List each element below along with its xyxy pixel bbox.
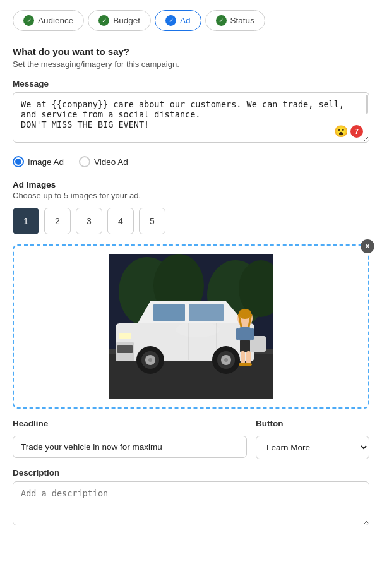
- image-tab-3[interactable]: 3: [76, 208, 102, 234]
- ad-type-group: Image Ad Video Ad: [13, 156, 369, 167]
- tab-audience-label: Audience: [38, 16, 73, 25]
- ad-images-sub: Choose up to 5 images for your ad.: [13, 191, 369, 200]
- image-ad-radio[interactable]: [13, 156, 24, 167]
- svg-point-34: [176, 322, 220, 337]
- svg-rect-30: [241, 351, 245, 364]
- check-icon-ad: ✓: [165, 15, 176, 26]
- ad-images-label: Ad Images: [13, 180, 369, 189]
- svg-point-33: [244, 363, 252, 366]
- image-ad-label: Image Ad: [28, 157, 64, 167]
- check-icon-budget: ✓: [98, 15, 109, 26]
- message-icons: 😮 7: [334, 124, 363, 138]
- svg-rect-13: [117, 345, 133, 353]
- char-count-badge: 7: [350, 125, 363, 138]
- button-select[interactable]: Learn More Shop Now Contact Us Get Quote…: [256, 436, 369, 459]
- headline-input[interactable]: [13, 436, 247, 458]
- check-icon-status: ✓: [216, 15, 227, 26]
- svg-rect-27: [240, 340, 250, 352]
- image-tabs: 1 2 3 4 5: [13, 208, 369, 234]
- step-tabs: ✓ Audience ✓ Budget ✓ Ad ✓ Status: [13, 10, 369, 31]
- tab-ad[interactable]: ✓ Ad: [155, 10, 201, 31]
- svg-rect-8: [153, 304, 185, 321]
- button-col: Button Learn More Shop Now Contact Us Ge…: [256, 419, 369, 459]
- message-wrapper: We at {{company}} care about our custome…: [13, 92, 369, 145]
- message-label: Message: [13, 79, 369, 88]
- video-ad-radio[interactable]: [79, 156, 90, 167]
- svg-rect-28: [236, 328, 240, 340]
- svg-point-19: [148, 358, 152, 362]
- tab-budget[interactable]: ✓ Budget: [88, 10, 151, 31]
- tab-ad-label: Ad: [180, 16, 191, 25]
- close-image-button[interactable]: ×: [361, 239, 374, 253]
- svg-point-25: [239, 309, 251, 319]
- page-subtitle: Set the messaging/imagery for this campa…: [13, 59, 369, 69]
- svg-rect-29: [250, 328, 254, 340]
- description-label: Description: [13, 468, 369, 477]
- headline-button-row: Headline Button Learn More Shop Now Cont…: [13, 419, 369, 459]
- image-tab-1[interactable]: 1: [13, 208, 39, 234]
- headline-col: Headline: [13, 419, 247, 458]
- svg-rect-31: [246, 351, 251, 364]
- emoji-icon[interactable]: 😮: [334, 124, 348, 138]
- svg-rect-26: [239, 327, 251, 341]
- car-image: [109, 254, 273, 399]
- description-textarea[interactable]: [13, 481, 369, 525]
- video-ad-option[interactable]: Video Ad: [79, 156, 128, 167]
- image-tab-2[interactable]: 2: [44, 208, 71, 234]
- svg-rect-9: [189, 304, 224, 321]
- headline-label: Headline: [13, 419, 247, 428]
- scrollbar-hint: [366, 95, 368, 114]
- page-title: What do you want to say?: [13, 46, 369, 57]
- check-icon-audience: ✓: [23, 15, 34, 26]
- tab-budget-label: Budget: [113, 16, 140, 25]
- tab-audience[interactable]: ✓ Audience: [13, 10, 84, 31]
- svg-rect-14: [119, 333, 131, 339]
- button-field-label: Button: [256, 419, 369, 428]
- image-tab-4[interactable]: 4: [107, 208, 134, 234]
- message-textarea[interactable]: We at {{company}} care about our custome…: [13, 92, 369, 143]
- video-ad-label: Video Ad: [94, 157, 128, 167]
- image-upload-area[interactable]: ×: [13, 244, 369, 409]
- image-ad-option[interactable]: Image Ad: [13, 156, 64, 167]
- image-tab-5[interactable]: 5: [139, 208, 165, 234]
- tab-status[interactable]: ✓ Status: [205, 10, 265, 31]
- tab-status-label: Status: [230, 16, 254, 25]
- svg-point-23: [224, 358, 228, 362]
